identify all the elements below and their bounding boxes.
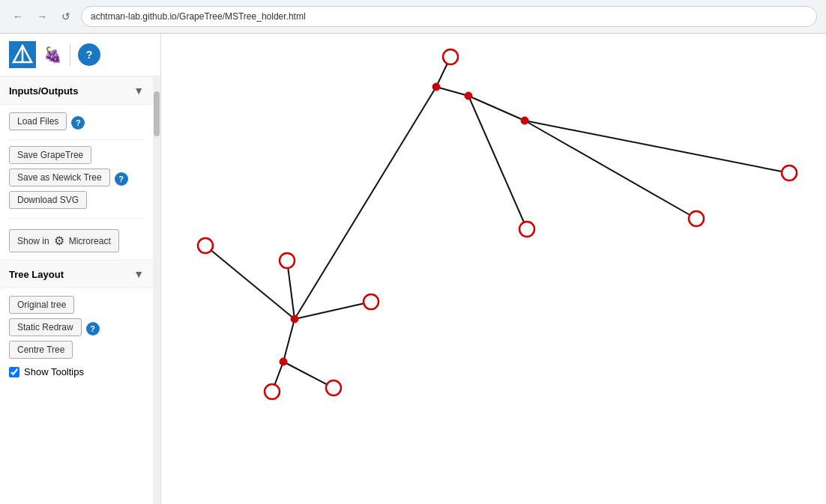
svg-point-15 [443,49,458,64]
address-bar[interactable] [81,6,817,27]
forward-button[interactable]: → [33,7,51,25]
microreact-label: Microreact [69,236,111,246]
show-tooltips-checkbox[interactable] [9,367,19,377]
svg-point-24 [364,294,379,309]
save-section-row: Save GrapeTree Save as Newick Tree Downl… [9,146,144,212]
svg-line-3 [436,87,468,96]
svg-point-26 [280,358,287,365]
svg-point-21 [782,166,797,180]
svg-point-22 [198,238,213,253]
load-files-help-icon[interactable]: ? [71,116,85,130]
sidebar: 🍇 ? Inputs/Outputs ▼ Load Files ? [0,34,161,504]
inputs-outputs-section-header[interactable]: Inputs/Outputs ▼ [0,76,153,105]
main-layout: 🍇 ? Inputs/Outputs ▼ Load Files ? [0,34,826,504]
svg-point-16 [432,83,440,91]
show-tooltips-row: Show Tooltips [9,366,144,377]
centre-tree-button[interactable]: Centre Tree [9,341,73,359]
save-newick-button[interactable]: Save as Newick Tree [9,168,110,186]
svg-line-12 [283,319,295,362]
save-grapetree-button[interactable]: Save GrapeTree [9,146,91,164]
svg-point-27 [265,384,280,399]
svg-point-23 [280,253,295,268]
svg-point-20 [689,211,704,226]
svg-point-17 [465,92,472,100]
svg-point-18 [521,117,528,124]
logo-divider [70,43,70,66]
load-files-row: Load Files ? [9,112,144,133]
grape-logo: 🍇 [43,46,62,64]
inputs-outputs-label: Inputs/Outputs [9,85,78,97]
browser-nav: ← → ↺ [0,0,826,33]
tree-layout-content: Original tree Static Redraw Centre Tree … [0,288,153,385]
sidebar-scrollbar-thumb[interactable] [154,91,160,136]
show-in-microreact-button[interactable]: Show in ⚙ Microreact [9,229,119,252]
svg-point-19 [519,222,534,237]
canvas-area[interactable] [161,34,826,504]
tree-layout-chevron: ▼ [133,268,144,280]
browser-chrome: ← → ↺ [0,0,826,34]
back-button[interactable]: ← [9,7,27,25]
tree-svg[interactable] [161,34,826,504]
svg-line-8 [295,87,436,319]
tree-layout-label: Tree Layout [9,269,64,280]
svg-point-28 [326,380,341,395]
load-files-button[interactable]: Load Files [9,112,67,130]
svg-line-7 [468,96,527,229]
save-buttons: Save GrapeTree Save as Newick Tree Downl… [9,146,110,212]
sidebar-scroll: Inputs/Outputs ▼ Load Files ? Save Grape… [0,76,153,504]
inputs-outputs-chevron: ▼ [133,85,144,97]
achtman-logo [9,41,36,68]
tree-layout-help-icon[interactable]: ? [86,322,100,336]
svg-line-11 [295,302,371,319]
sidebar-scrollbar-track[interactable] [153,76,160,504]
original-tree-button[interactable]: Original tree [9,296,74,314]
separator-1 [9,139,144,140]
tree-layout-buttons-row: Original tree Static Redraw Centre Tree … [9,296,144,362]
tree-layout-buttons: Original tree Static Redraw Centre Tree [9,296,82,362]
svg-line-10 [287,261,295,319]
svg-line-5 [525,121,789,173]
microreact-icon: ⚙ [54,234,64,248]
show-tooltips-label[interactable]: Show Tooltips [24,366,84,377]
logo-bar: 🍇 ? [0,34,160,76]
separator-2 [9,218,144,219]
show-in-label: Show in [17,236,49,246]
tree-layout-section-header[interactable]: Tree Layout ▼ [0,260,153,288]
save-help-icon[interactable]: ? [115,172,128,186]
static-redraw-button[interactable]: Static Redraw [9,318,82,336]
svg-line-6 [525,121,696,219]
svg-line-14 [283,362,334,388]
reload-button[interactable]: ↺ [57,7,75,25]
help-button[interactable]: ? [78,43,100,66]
svg-point-25 [291,315,298,323]
download-svg-button[interactable]: Download SVG [9,191,87,209]
microreact-row: Show in ⚙ Microreact [9,225,144,252]
inputs-outputs-content: Load Files ? Save GrapeTree Save as Newi… [0,105,153,260]
